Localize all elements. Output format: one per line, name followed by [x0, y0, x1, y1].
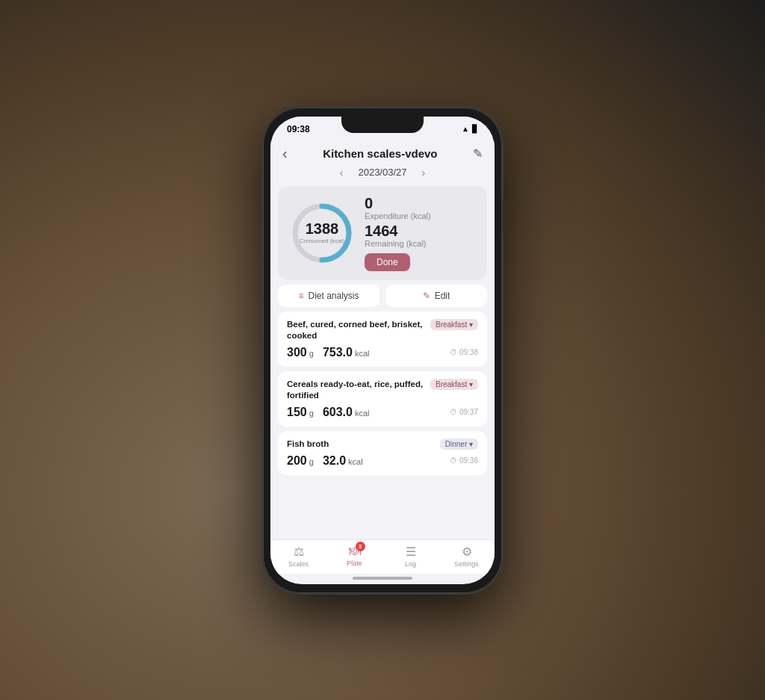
food-card-bottom-1: 300 g 753.0 kcal ⏱ 09:38	[287, 346, 478, 359]
remaining-value: 1464	[365, 223, 477, 239]
stats-panel: 0 Expenditure (kcal) 1464 Remaining (kca…	[365, 195, 477, 271]
food-weight-unit-1: g	[307, 349, 314, 358]
prev-date-button[interactable]: ‹	[340, 167, 344, 179]
wifi-icon: ▲	[462, 125, 469, 133]
action-row: ≡ Diet analysis ✎ Edit	[278, 285, 487, 307]
meal-tag-2[interactable]: Breakfast ▾	[430, 379, 478, 390]
food-name-3: Fish broth	[287, 439, 440, 450]
back-button[interactable]: ‹	[282, 145, 288, 162]
food-name-2: Cereals ready-to-eat, rice, puffed, fort…	[287, 379, 430, 401]
nav-scales[interactable]: ⚖ Scales	[280, 545, 318, 568]
next-date-button[interactable]: ›	[422, 167, 426, 179]
plate-label: Plate	[347, 560, 362, 567]
scales-label: Scales	[288, 560, 309, 568]
consumed-label: Consumed (kcal)	[300, 238, 344, 244]
food-list: Beef, cured, corned beef, brisket, cooke…	[270, 312, 495, 539]
food-kcal-unit-2: kcal	[353, 409, 370, 418]
plate-badge: 3	[356, 542, 365, 551]
food-weight-1: 300 g	[287, 346, 314, 359]
done-button[interactable]: Done	[365, 253, 410, 271]
meal-tag-3[interactable]: Dinner ▾	[440, 439, 478, 450]
nav-log[interactable]: ☰ Log	[392, 545, 430, 568]
food-weight-2: 150 g	[287, 406, 314, 419]
food-weight-unit-2: g	[307, 409, 314, 418]
calorie-circle-chart: 1388 Consumed (kcal)	[288, 199, 356, 267]
edit-button[interactable]: ✎ Edit	[385, 285, 487, 307]
nav-settings[interactable]: ⚙ Settings	[448, 545, 486, 568]
edit-icon[interactable]: ✎	[473, 146, 483, 161]
diet-analysis-icon: ≡	[298, 291, 303, 301]
circle-center: 1388 Consumed (kcal)	[288, 199, 356, 267]
top-nav: ‹ Kitchen scales-vdevo ✎	[270, 140, 495, 165]
food-weight-unit-3: g	[307, 457, 314, 466]
current-date: 2023/03/27	[358, 167, 406, 178]
food-kcal-unit-3: kcal	[346, 457, 363, 466]
food-name-1: Beef, cured, corned beef, brisket, cooke…	[287, 319, 430, 341]
side-button	[502, 197, 504, 235]
diet-analysis-label: Diet analysis	[308, 291, 359, 301]
food-kcal-1: 753.0 kcal	[323, 346, 370, 359]
home-indicator	[353, 577, 412, 580]
food-card-bottom-3: 200 g 32.0 kcal ⏱ 09:36	[287, 454, 478, 468]
remaining-stat: 1464 Remaining (kcal)	[365, 223, 477, 249]
meal-tag-1[interactable]: Breakfast ▾	[430, 319, 478, 330]
expenditure-stat: 0 Expenditure (kcal)	[365, 195, 477, 221]
phone: 09:38 ▲ ▊ ‹ Kitchen scales-vdevo ✎ ‹ 202…	[263, 108, 502, 593]
edit-label: Edit	[435, 291, 450, 301]
food-kcal-unit-1: kcal	[353, 349, 370, 358]
page-title: Kitchen scales-vdevo	[323, 147, 437, 160]
edit-btn-icon: ✎	[423, 291, 430, 301]
settings-label: Settings	[454, 560, 479, 568]
food-card-top-3: Fish broth Dinner ▾	[287, 439, 478, 450]
food-time-3: ⏱ 09:36	[450, 456, 478, 465]
phone-screen: 09:38 ▲ ▊ ‹ Kitchen scales-vdevo ✎ ‹ 202…	[270, 117, 495, 584]
settings-icon: ⚙	[462, 545, 472, 559]
food-kcal-2: 603.0 kcal	[323, 406, 370, 419]
food-card-bottom-2: 150 g 603.0 kcal ⏱ 09:37	[287, 406, 478, 419]
food-item-1[interactable]: Beef, cured, corned beef, brisket, cooke…	[278, 312, 487, 367]
food-time-1: ⏱ 09:38	[450, 348, 478, 356]
notch	[341, 117, 424, 133]
food-kcal-3: 32.0 kcal	[323, 454, 363, 468]
log-icon: ☰	[406, 545, 416, 559]
nav-plate[interactable]: 🍽 3 Plate	[336, 545, 374, 568]
diet-analysis-button[interactable]: ≡ Diet analysis	[278, 285, 380, 307]
expenditure-value: 0	[365, 195, 477, 211]
consumed-value: 1388	[306, 221, 339, 236]
scales-icon: ⚖	[294, 545, 304, 559]
food-time-2: ⏱ 09:37	[450, 408, 478, 416]
date-nav: ‹ 2023/03/27 ›	[270, 165, 495, 183]
plate-icon: 🍽 3	[349, 545, 361, 558]
food-weight-3: 200 g	[287, 454, 314, 468]
summary-card: 1388 Consumed (kcal) 0 Expenditure (kcal…	[278, 186, 487, 280]
app-content: ‹ Kitchen scales-vdevo ✎ ‹ 2023/03/27 ›	[270, 137, 495, 584]
status-icons: ▲ ▊	[462, 125, 478, 133]
battery-icon: ▊	[472, 125, 478, 133]
log-label: Log	[405, 560, 416, 568]
bottom-nav: ⚖ Scales 🍽 3 Plate ☰ Log	[270, 539, 495, 574]
remaining-label: Remaining (kcal)	[365, 239, 477, 249]
food-item-2[interactable]: Cereals ready-to-eat, rice, puffed, fort…	[278, 371, 487, 427]
food-card-top-1: Beef, cured, corned beef, brisket, cooke…	[287, 319, 478, 341]
expenditure-label: Expenditure (kcal)	[365, 211, 477, 221]
status-time: 09:38	[287, 124, 310, 134]
scene: 09:38 ▲ ▊ ‹ Kitchen scales-vdevo ✎ ‹ 202…	[0, 0, 765, 700]
food-item-3[interactable]: Fish broth Dinner ▾ 200 g 32.0 kcal ⏱ 09…	[278, 431, 487, 475]
food-card-top-2: Cereals ready-to-eat, rice, puffed, fort…	[287, 379, 478, 401]
